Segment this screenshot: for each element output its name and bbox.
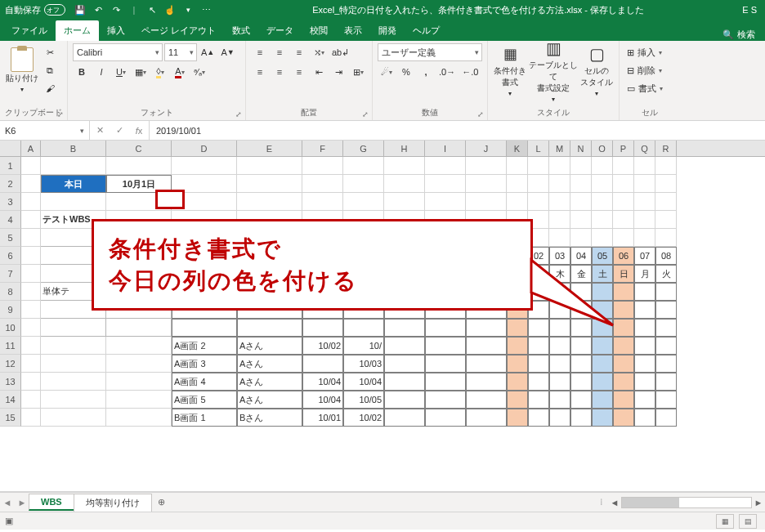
grid-body[interactable]: 12本日10月1日34テストWBS56タス01020304050607087火水… — [0, 157, 765, 492]
cell-L1[interactable] — [528, 157, 549, 175]
cell-Q14[interactable] — [634, 391, 655, 409]
cell-K14[interactable] — [507, 391, 528, 409]
align-left-button[interactable]: ≡ — [251, 63, 269, 81]
cell-D1[interactable] — [172, 157, 237, 175]
font-size-combo[interactable]: 11 — [164, 43, 197, 61]
cell-L3[interactable] — [528, 193, 549, 211]
align-bottom-button[interactable]: ≡ — [290, 43, 308, 61]
launcher-icon[interactable]: ⤢ — [362, 110, 369, 118]
percent-button[interactable]: % — [397, 63, 415, 81]
cell-P15[interactable] — [613, 409, 634, 427]
cell-J12[interactable] — [466, 355, 507, 373]
cell-J15[interactable] — [466, 409, 507, 427]
delete-cells-button[interactable]: ⊟削除 — [624, 61, 675, 79]
cell-F3[interactable] — [302, 193, 343, 211]
enter-icon[interactable]: ✓ — [110, 125, 129, 136]
cell-D10[interactable] — [172, 319, 237, 337]
cell-styles-button[interactable]: ▢ セルの スタイル▾ — [579, 43, 614, 97]
qat-overflow[interactable]: ⋯ — [198, 2, 214, 18]
cell-A3[interactable] — [21, 193, 41, 211]
tab-file[interactable]: ファイル — [3, 20, 56, 41]
cell-Q11[interactable] — [634, 337, 655, 355]
cell-J11[interactable] — [466, 337, 507, 355]
cell-P1[interactable] — [613, 157, 634, 175]
cell-G10[interactable] — [343, 319, 384, 337]
paste-button[interactable]: 貼り付け ▾ — [5, 43, 39, 97]
cell-O4[interactable] — [592, 211, 613, 229]
cell-Q2[interactable] — [634, 175, 655, 193]
cell-R2[interactable] — [655, 175, 677, 193]
cell-M14[interactable] — [549, 391, 570, 409]
scroll-thumb[interactable] — [622, 498, 679, 507]
cell-F14[interactable]: 10/04 — [302, 391, 343, 409]
cell-E13[interactable]: Aさん — [237, 373, 302, 391]
cell-H13[interactable] — [384, 373, 425, 391]
row-head-3[interactable]: 3 — [0, 193, 21, 211]
cell-A14[interactable] — [21, 391, 41, 409]
row-head-2[interactable]: 2 — [0, 175, 21, 193]
cell-E2[interactable] — [237, 175, 302, 193]
autosave-toggle[interactable]: 自動保存 オフ — [5, 4, 65, 16]
cell-M2[interactable] — [549, 175, 570, 193]
cell-M12[interactable] — [549, 355, 570, 373]
col-head-B[interactable]: B — [41, 141, 106, 156]
cell-R14[interactable] — [655, 391, 677, 409]
cell-I13[interactable] — [425, 373, 466, 391]
row-head-13[interactable]: 13 — [0, 373, 21, 391]
scroll-right-icon[interactable]: ► — [752, 498, 765, 507]
qat-more-icon[interactable]: ▾ — [180, 2, 196, 18]
cell-L2[interactable] — [528, 175, 549, 193]
increase-font-button[interactable]: A▲ — [199, 43, 217, 61]
cell-O3[interactable] — [592, 193, 613, 211]
cell-P4[interactable] — [613, 211, 634, 229]
cell-N3[interactable] — [570, 193, 592, 211]
cell-P5[interactable] — [613, 229, 634, 247]
col-head-R[interactable]: R — [655, 141, 677, 156]
comma-button[interactable]: , — [417, 63, 435, 81]
cell-A7[interactable] — [21, 265, 41, 283]
cell-A6[interactable] — [21, 247, 41, 265]
launcher-icon[interactable]: ⤢ — [57, 110, 64, 118]
cell-H3[interactable] — [384, 193, 425, 211]
cell-I15[interactable] — [425, 409, 466, 427]
cell-N13[interactable] — [570, 373, 592, 391]
cell-J3[interactable] — [466, 193, 507, 211]
underline-button[interactable]: U — [112, 63, 130, 81]
insert-cells-button[interactable]: ⊞挿入 — [624, 43, 675, 61]
cell-Q4[interactable] — [634, 211, 655, 229]
number-format-combo[interactable]: ユーザー定義 — [378, 43, 482, 61]
formula-input[interactable]: 2019/10/01 — [150, 121, 765, 140]
cell-G12[interactable]: 10/03 — [343, 355, 384, 373]
touch-icon[interactable]: ☝ — [162, 2, 178, 18]
tab-home[interactable]: ホーム — [56, 20, 99, 41]
cell-H2[interactable] — [384, 175, 425, 193]
cell-N5[interactable] — [570, 229, 592, 247]
cell-E15[interactable]: Bさん — [237, 409, 302, 427]
col-head-P[interactable]: P — [613, 141, 634, 156]
cell-R1[interactable] — [655, 157, 677, 175]
cell-A11[interactable] — [21, 337, 41, 355]
cell-G15[interactable]: 10/02 — [343, 409, 384, 427]
cell-F1[interactable] — [302, 157, 343, 175]
cancel-icon[interactable]: ✕ — [90, 125, 110, 136]
tell-me-search[interactable]: 🔍 検索 — [722, 29, 765, 41]
cell-P12[interactable] — [613, 355, 634, 373]
col-head-I[interactable]: I — [425, 141, 466, 156]
row-head-7[interactable]: 7 — [0, 265, 21, 283]
cell-I10[interactable] — [425, 319, 466, 337]
cell-K15[interactable] — [507, 409, 528, 427]
cell-B3[interactable] — [41, 193, 106, 211]
cell-Q7[interactable]: 月 — [634, 265, 655, 283]
cell-Q9[interactable] — [634, 301, 655, 319]
cell-Q12[interactable] — [634, 355, 655, 373]
col-head-E[interactable]: E — [237, 141, 302, 156]
normal-view-button[interactable]: ▦ — [716, 514, 734, 529]
col-head-N[interactable]: N — [570, 141, 592, 156]
conditional-format-button[interactable]: ▦ 条件付き 書式▾ — [493, 43, 527, 97]
cell-A10[interactable] — [21, 319, 41, 337]
cell-D13[interactable]: A画面 4 — [172, 373, 237, 391]
font-name-combo[interactable]: Calibri — [73, 43, 163, 61]
cell-H12[interactable] — [384, 355, 425, 373]
col-head-Q[interactable]: Q — [634, 141, 655, 156]
align-middle-button[interactable]: ≡ — [271, 43, 289, 61]
